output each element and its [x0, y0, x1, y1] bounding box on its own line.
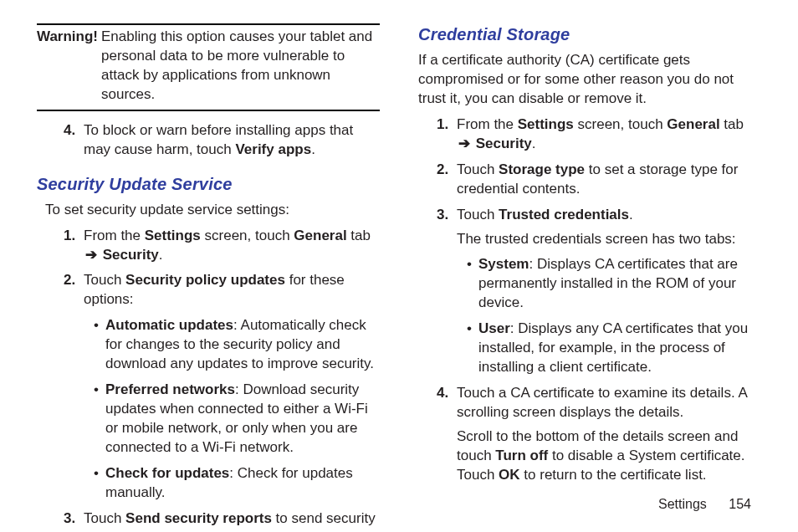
step-text: From the Settings screen, touch General … — [84, 228, 371, 263]
list-item: •Check for updates: Check for updates ma… — [94, 464, 380, 503]
list-item: •Preferred networks: Download security u… — [94, 381, 380, 458]
step-number: 1. — [64, 227, 75, 246]
step-text: To block or warn before installing apps … — [84, 122, 353, 157]
trailing-text: Scroll to the bottom of the details scre… — [457, 427, 761, 485]
step-number: 2. — [64, 271, 75, 290]
arrow-right-icon: ➔ — [84, 247, 99, 263]
bullet-icon: • — [94, 464, 99, 483]
step-number: 4. — [64, 121, 75, 141]
credential-storage-steps: 1. From the Settings screen, touch Gener… — [418, 115, 761, 485]
step-number: 3. — [437, 206, 448, 225]
left-column: Warning! Enabling this option causes you… — [37, 23, 380, 532]
list-item: •User: Displays any CA certificates that… — [467, 320, 761, 377]
step-number: 4. — [437, 384, 448, 403]
list-item: 2. Touch Security policy updates for the… — [64, 271, 380, 502]
options-bullets: •Automatic updates: Automatically check … — [84, 316, 380, 502]
bullet-icon: • — [94, 316, 99, 335]
step-text: Touch Send security reports to send secu… — [84, 510, 376, 532]
section-heading-credential-storage: Credential Storage — [418, 23, 761, 46]
warning-box: Warning! Enabling this option causes you… — [37, 23, 380, 111]
two-column-layout: Warning! Enabling this option causes you… — [37, 23, 761, 532]
step-text: From the Settings screen, touch General … — [457, 116, 744, 151]
step-number: 1. — [437, 115, 448, 135]
list-item: 1. From the Settings screen, touch Gener… — [64, 227, 380, 265]
document-page: Warning! Enabling this option causes you… — [0, 0, 798, 532]
step-number: 3. — [64, 509, 75, 529]
list-item: 1. From the Settings screen, touch Gener… — [437, 115, 761, 154]
step-text: Touch a CA certificate to examine its de… — [457, 385, 747, 420]
credential-tabs-bullets: •System: Displays CA certificates that a… — [457, 255, 761, 377]
bullet-icon: • — [467, 320, 472, 339]
list-item: 3. Touch Send security reports to send s… — [64, 509, 380, 532]
list-item: 3. Touch Trusted credentials. The truste… — [437, 206, 761, 378]
footer-section: Settings — [658, 497, 707, 511]
list-item: 4. To block or warn before installing ap… — [64, 121, 380, 160]
step-text: Touch Storage type to set a storage type… — [457, 161, 738, 197]
right-column: Credential Storage If a certificate auth… — [418, 23, 761, 532]
security-update-steps: 1. From the Settings screen, touch Gener… — [37, 227, 380, 532]
step-text: Touch Security policy updates for these … — [84, 272, 345, 307]
page-number: 154 — [729, 495, 751, 514]
bullet-icon: • — [467, 255, 472, 274]
verify-apps-list: 4. To block or warn before installing ap… — [37, 121, 380, 160]
trailing-text: The trusted credentials screen has two t… — [457, 230, 761, 249]
list-item: 2. Touch Storage type to set a storage t… — [437, 161, 761, 199]
step-number: 2. — [437, 161, 448, 180]
step-text: Touch Trusted credentials. — [457, 207, 633, 223]
list-item: •System: Displays CA certificates that a… — [467, 255, 761, 313]
warning-label: Warning! — [37, 28, 101, 105]
intro-text: If a certificate authority (CA) certific… — [418, 51, 761, 109]
bullet-icon: • — [94, 381, 99, 400]
arrow-right-icon: ➔ — [457, 136, 472, 151]
section-heading-security-update: Security Update Service — [37, 173, 380, 196]
list-item: •Automatic updates: Automatically check … — [94, 316, 380, 374]
page-footer: Settings 154 — [658, 495, 751, 514]
intro-text: To set security update service settings: — [45, 201, 380, 220]
warning-text: Enabling this option causes your tablet … — [101, 28, 380, 105]
list-item: 4. Touch a CA certificate to examine its… — [437, 384, 761, 485]
